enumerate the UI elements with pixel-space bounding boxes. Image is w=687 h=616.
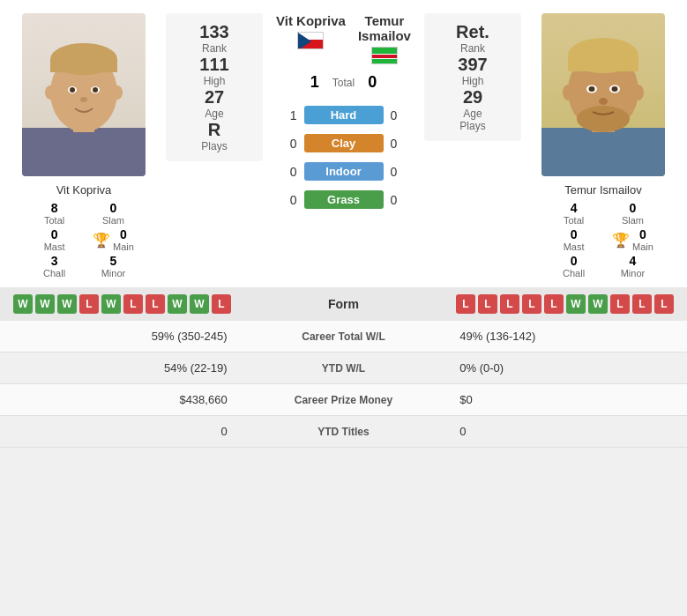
left-age-val: 27 [205, 87, 224, 108]
right-minor-val: 4 [612, 254, 653, 268]
left-chall-lbl: Chall [34, 268, 75, 278]
form-badge-w: W [35, 294, 55, 314]
right-trophy-row: 🏆 0 Main [612, 227, 653, 252]
left-player-block: Vit Kopriva 8 Total 0 Slam 0 Mast 🏆 [9, 13, 159, 278]
form-section: WWWLWLLWWL Form LLLLLWWLLL [0, 287, 687, 321]
right-slam-val: 0 [612, 201, 653, 215]
hard-left-score: 1 [280, 108, 297, 122]
scores-section: Vit Kopriva TemurIsmailov [270, 13, 417, 212]
clay-right-score: 0 [391, 137, 408, 151]
stat-right-0: 49% (136-142) [446, 321, 687, 353]
left-trophy-icon: 🏆 [93, 232, 110, 249]
right-player-photo [541, 13, 665, 176]
left-player-name-center: Vit Kopriva [276, 13, 346, 28]
form-badge-w: W [101, 294, 121, 314]
left-plays-val: R [201, 120, 227, 140]
left-mast-lbl: Mast [44, 241, 65, 252]
left-total-score: 1 [310, 73, 319, 92]
clay-left-score: 0 [280, 137, 297, 151]
svg-point-22 [599, 98, 608, 105]
stats-row-3: 0 YTD Titles 0 [0, 416, 687, 448]
indoor-left-score: 0 [280, 165, 297, 179]
right-plays-lbl: Plays [459, 120, 485, 132]
left-mast-stat: 0 Mast [34, 227, 75, 252]
left-chall-stat: 3 Chall [34, 254, 75, 278]
left-main-val: 0 [113, 227, 134, 241]
form-badge-w: W [13, 294, 33, 314]
right-player-header: TemurIsmailov [358, 13, 411, 64]
stat-label-2: Career Prize Money [241, 384, 447, 416]
left-high-lbl: High [199, 75, 228, 87]
right-trophy-icon: 🏆 [612, 232, 630, 249]
form-badge-l: L [456, 294, 475, 314]
form-badge-l: L [610, 294, 630, 314]
form-badge-l: L [146, 294, 165, 314]
form-badge-l: L [632, 294, 652, 314]
svg-rect-4 [50, 59, 117, 72]
surface-clay-badge: Clay [304, 134, 384, 152]
right-form-badges: LLLLLWWLLL [388, 294, 675, 314]
stat-label-3: YTD Titles [241, 416, 447, 448]
left-form-badges: WWWLWLLWWL [13, 294, 300, 314]
surface-grass-badge: Grass [304, 190, 384, 209]
right-minor-stat: 4 Minor [612, 254, 653, 278]
left-rank-lbl: Rank [199, 42, 228, 55]
right-chall-lbl: Chall [553, 268, 594, 278]
left-minor-stat: 5 Minor [93, 254, 134, 278]
svg-point-21 [612, 86, 618, 92]
svg-rect-16 [568, 56, 638, 71]
stat-left-0: 59% (350-245) [0, 321, 241, 353]
stat-right-2: $0 [446, 384, 687, 416]
total-score-row: 1 Total 0 [310, 73, 377, 92]
right-total-score: 0 [368, 73, 377, 92]
left-rank-val: 133 [199, 22, 228, 42]
right-rank-stat: Ret. Rank [456, 22, 489, 55]
right-total-val: 4 [553, 201, 594, 215]
right-mast-stat: 0 Mast [553, 227, 594, 252]
left-high-stat: 111 High [199, 55, 228, 87]
right-high-stat: 397 High [458, 55, 487, 87]
form-badge-l: L [654, 294, 674, 314]
right-player-name-center: TemurIsmailov [358, 13, 411, 43]
right-high-val: 397 [458, 55, 487, 75]
grass-right-score: 0 [391, 193, 408, 207]
right-age-val: 29 [463, 87, 482, 108]
left-mast-val: 0 [51, 227, 58, 241]
svg-point-24 [633, 85, 644, 100]
top-section: Vit Kopriva 8 Total 0 Slam 0 Mast 🏆 [0, 0, 687, 283]
surface-row-grass: 0 Grass 0 [270, 190, 417, 209]
stats-row-2: $438,660 Career Prize Money $0 [0, 384, 687, 416]
svg-point-11 [112, 85, 123, 100]
right-player-block: Temur Ismailov 4 Total 0 Slam 0 Mast 🏆 [528, 13, 678, 278]
form-badge-w: W [57, 294, 77, 314]
left-slam-stat: 0 Slam [93, 201, 134, 226]
left-chall-val: 3 [34, 254, 75, 268]
form-badge-w: W [566, 294, 586, 314]
stat-right-3: 0 [446, 416, 687, 448]
surface-row-clay: 0 Clay 0 [270, 134, 417, 152]
form-badge-l: L [522, 294, 541, 314]
svg-rect-0 [22, 128, 146, 176]
right-main-val: 0 [632, 227, 653, 241]
left-total-val: 8 [34, 201, 75, 215]
right-slam-stat: 0 Slam [612, 201, 653, 226]
stat-right-1: 0% (0-0) [446, 353, 687, 384]
left-high-val: 111 [199, 55, 228, 75]
right-mast-val: 0 [553, 227, 594, 241]
right-age-stat: 29 Age [463, 87, 482, 120]
stats-table: 59% (350-245) Career Total W/L 49% (136-… [0, 321, 687, 448]
left-main-lbl: Main [113, 241, 134, 252]
right-main-stat: 0 Main [632, 227, 653, 252]
left-center-stats: 133 Rank 111 High 27 Age R Plays [166, 13, 263, 161]
right-rank-lbl: Rank [456, 42, 489, 55]
left-minor-lbl: Minor [93, 268, 134, 278]
left-total-stat: 8 Total [34, 201, 75, 226]
form-badge-l: L [500, 294, 519, 314]
form-badge-l: L [79, 294, 99, 314]
surface-indoor-badge: Indoor [304, 162, 384, 181]
form-badge-l: L [544, 294, 564, 314]
left-player-photo [22, 13, 146, 176]
stat-left-3: 0 [0, 416, 241, 448]
left-total-lbl: Total [34, 215, 75, 226]
total-label: Total [332, 77, 355, 89]
